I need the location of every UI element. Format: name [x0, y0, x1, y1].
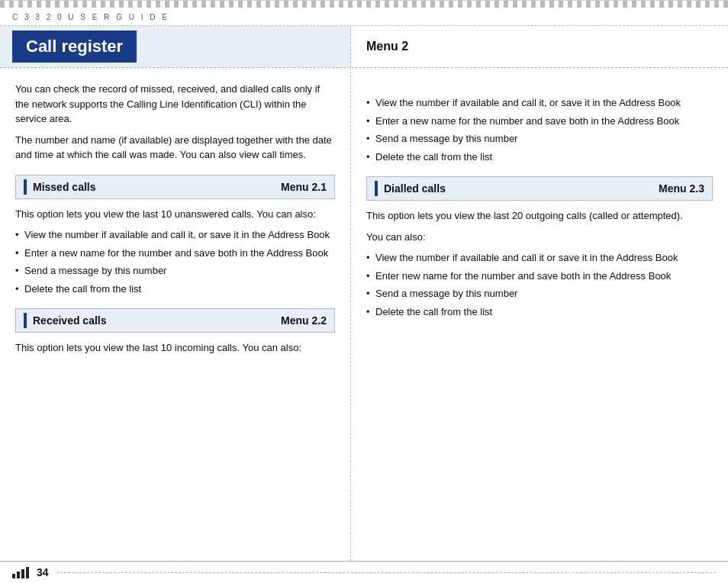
- heading-bar-received: [24, 313, 27, 328]
- page-title: Call register: [12, 31, 137, 63]
- list-item: View the number if available and call it…: [366, 250, 713, 266]
- missed-calls-heading: Missed calls Menu 2.1: [15, 175, 335, 199]
- dialled-calls-intro2: You can also:: [366, 230, 713, 245]
- list-item: Enter a new name for the number and save…: [366, 114, 713, 129]
- received-calls-menu: Menu 2.2: [281, 314, 327, 327]
- list-item: Delete the call from the list: [15, 282, 335, 297]
- header-left: Call register: [0, 26, 351, 67]
- list-item: Enter new name for the number and save b…: [366, 269, 713, 284]
- list-item: Send a message by this number: [15, 263, 335, 279]
- menu-label: Menu 2: [366, 40, 408, 53]
- header-menu: Menu 2: [351, 26, 728, 67]
- signal-bars-icon: [12, 567, 29, 578]
- dialled-calls-list: View the number if available and call it…: [366, 250, 713, 319]
- intro-para1: You can check the record of missed, rece…: [15, 82, 335, 127]
- footer: 34: [0, 561, 728, 583]
- list-item: Delete the call from the list: [366, 150, 713, 165]
- received-calls-heading: Received calls Menu 2.2: [15, 308, 335, 333]
- dialled-calls-intro1: This option lets you view the last 20 ou…: [366, 208, 713, 224]
- missed-calls-title: Missed calls: [33, 181, 281, 193]
- received-calls-list: View the number if available and call it…: [366, 95, 713, 164]
- page: C 3 3 2 0 U S E R G U I D E Call registe…: [0, 0, 728, 583]
- list-item: View the number if available and call it…: [15, 227, 335, 243]
- missed-calls-intro: This option lets you view the last 10 un…: [15, 207, 335, 222]
- missed-calls-menu: Menu 2.1: [281, 181, 327, 193]
- main-content: You can check the record of missed, rece…: [0, 68, 728, 561]
- list-item: Send a message by this number: [366, 286, 713, 301]
- list-item: View the number if available and call it…: [366, 95, 713, 111]
- intro-para2: The number and name (if available) are d…: [15, 133, 335, 163]
- right-column: View the number if available and call it…: [351, 68, 728, 561]
- heading-bar-missed: [24, 179, 27, 195]
- guide-bar: C 3 3 2 0 U S E R G U I D E: [0, 8, 728, 26]
- dialled-calls-title: Dialled calls: [384, 182, 659, 195]
- missed-calls-list: View the number if available and call it…: [15, 227, 335, 296]
- header: Call register Menu 2: [0, 26, 728, 68]
- list-item: Delete the call from the list: [366, 304, 713, 320]
- left-column: You can check the record of missed, rece…: [0, 68, 351, 561]
- footer-dashed-line: [56, 572, 716, 573]
- list-item: Send a message by this number: [366, 131, 713, 147]
- guide-text: C 3 3 2 0 U S E R G U I D E: [12, 13, 169, 21]
- heading-bar-dialled: [375, 181, 378, 196]
- received-calls-title: Received calls: [33, 314, 281, 327]
- dialled-calls-menu: Menu 2.3: [659, 182, 704, 195]
- page-number: 34: [37, 566, 49, 578]
- top-dashed-border: [0, 0, 728, 8]
- received-calls-intro: This option lets you view the last 10 in…: [15, 340, 335, 356]
- dialled-calls-heading: Dialled calls Menu 2.3: [366, 176, 713, 201]
- list-item: Enter a new name for the number and save…: [15, 246, 335, 261]
